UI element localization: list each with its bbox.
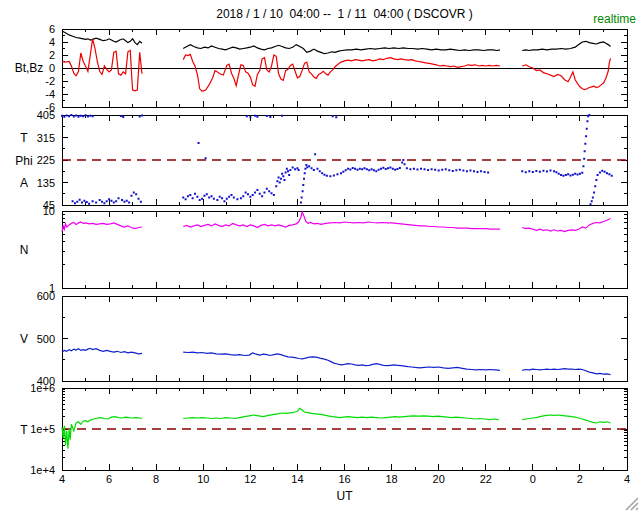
phi-dots bbox=[285, 172, 287, 174]
bt-line bbox=[62, 31, 142, 45]
phi-dots bbox=[332, 115, 334, 117]
phi-dots bbox=[101, 201, 103, 203]
phi-dots bbox=[459, 169, 461, 171]
phi-dots bbox=[92, 200, 94, 202]
resize-grip-icon[interactable] bbox=[620, 494, 640, 512]
phi-dots bbox=[242, 195, 244, 197]
phi-dots bbox=[380, 168, 382, 170]
phi-dots bbox=[77, 116, 79, 118]
phi-dots bbox=[130, 195, 132, 197]
x-tick-label: 8 bbox=[141, 473, 171, 485]
phi-dots bbox=[314, 153, 316, 155]
phi-dots bbox=[562, 175, 564, 177]
phi-dots bbox=[221, 197, 223, 199]
y-tick-label: -4 bbox=[0, 88, 55, 100]
phi-dots bbox=[586, 120, 588, 122]
phi-dots bbox=[203, 195, 205, 197]
phi-dots bbox=[356, 169, 358, 171]
phi-dots bbox=[80, 115, 82, 117]
phi-dots bbox=[336, 173, 338, 175]
x-axis-label: UT bbox=[62, 489, 627, 503]
phi-dots bbox=[249, 196, 251, 198]
phi-dots bbox=[452, 170, 454, 172]
realtime-badge: realtime bbox=[593, 12, 636, 26]
x-tick-label: 10 bbox=[188, 473, 218, 485]
phi-dots bbox=[187, 195, 189, 197]
x-tick-label: 14 bbox=[282, 473, 312, 485]
phi-dots bbox=[606, 172, 608, 174]
phi-dots bbox=[389, 167, 391, 169]
phi-dots bbox=[473, 170, 475, 172]
phi-dots bbox=[364, 167, 366, 169]
phi-dots bbox=[278, 177, 280, 179]
phi-dots bbox=[216, 199, 218, 201]
phi-dots bbox=[466, 170, 468, 172]
y-tick-label: 225 bbox=[0, 154, 55, 166]
phi-dots bbox=[323, 174, 325, 176]
phi-dots bbox=[396, 168, 398, 170]
phi-dots bbox=[378, 169, 380, 171]
phi-dots bbox=[74, 202, 76, 204]
phi-dots bbox=[532, 171, 534, 173]
phi-dots bbox=[477, 171, 479, 173]
phi-dots bbox=[288, 174, 290, 176]
phi-dots bbox=[385, 168, 387, 170]
phi-dots bbox=[313, 169, 315, 171]
y-tick-label: 315 bbox=[0, 132, 55, 144]
y-tick-label: 1e+5 bbox=[0, 423, 55, 435]
phi-dots bbox=[480, 170, 482, 172]
bz-line bbox=[183, 54, 500, 91]
phi-dots bbox=[88, 203, 90, 205]
phi-dots bbox=[70, 114, 72, 116]
phi-dots bbox=[584, 143, 586, 145]
phi-dots bbox=[306, 166, 308, 168]
phi-dots bbox=[300, 202, 302, 204]
x-tick-label: 16 bbox=[330, 473, 360, 485]
n-line bbox=[522, 219, 610, 232]
phi-dots bbox=[448, 169, 450, 171]
phi-dots bbox=[76, 201, 78, 203]
phi-dots bbox=[261, 195, 263, 197]
phi-dots bbox=[416, 169, 418, 171]
phi-dots bbox=[82, 115, 84, 117]
phi-dots bbox=[594, 185, 596, 187]
phi-dots bbox=[401, 162, 403, 164]
phi-dots bbox=[228, 196, 230, 198]
phi-dots bbox=[256, 116, 258, 118]
phi-dots bbox=[294, 168, 296, 170]
phi-dots bbox=[233, 197, 235, 199]
phi-dots bbox=[441, 169, 443, 171]
phi-dots bbox=[565, 174, 567, 176]
phi-dots bbox=[205, 157, 207, 159]
x-tick-label: 12 bbox=[235, 473, 265, 485]
y-tick-label: 500 bbox=[0, 333, 55, 345]
phi-dots bbox=[487, 172, 489, 174]
phi-dots bbox=[592, 197, 594, 199]
phi-dots bbox=[404, 163, 406, 165]
phi-dots bbox=[340, 172, 342, 174]
y-tick-label: 4 bbox=[0, 36, 55, 48]
phi-dots bbox=[366, 168, 368, 170]
phi-dots bbox=[92, 115, 94, 117]
phi-dots bbox=[192, 197, 194, 199]
x-tick-label: 0 bbox=[518, 473, 548, 485]
phi-dots bbox=[354, 168, 356, 170]
phi-dots bbox=[329, 175, 331, 177]
phi-dots bbox=[539, 171, 541, 173]
phi-dots bbox=[61, 115, 63, 117]
phi-dots bbox=[304, 172, 306, 174]
phi-dots bbox=[570, 175, 572, 177]
phi-dots bbox=[75, 115, 77, 117]
phi-dots bbox=[349, 169, 351, 171]
plot-title: 2018 / 1 / 10 04:00 -- 1 / 11 04:00 ( DS… bbox=[62, 7, 627, 21]
y-tick-label: -2 bbox=[0, 75, 55, 87]
y-tick-label: 0 bbox=[0, 62, 55, 74]
phi-dots bbox=[249, 116, 251, 118]
v-line bbox=[62, 348, 142, 354]
phi-dots bbox=[304, 168, 306, 170]
phi-dots bbox=[586, 128, 588, 130]
phi-dots bbox=[279, 182, 281, 184]
phi-dots bbox=[608, 173, 610, 175]
phi-dots bbox=[305, 164, 307, 166]
panel-label-n: N bbox=[2, 243, 46, 257]
